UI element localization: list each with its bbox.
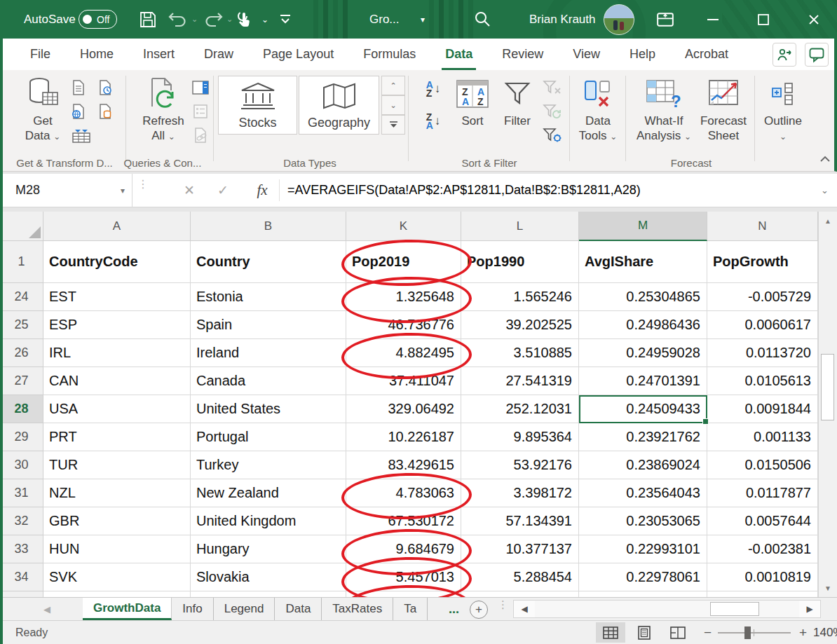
zoom-in-button[interactable]: + <box>799 621 807 644</box>
ribbon-tab-file[interactable]: File <box>15 39 65 70</box>
undo-dropdown-icon[interactable]: ⌄ <box>191 15 198 24</box>
cell-L28[interactable]: 252.12031 <box>461 395 579 423</box>
cell-M30[interactable]: 0.23869024 <box>579 451 707 479</box>
sheet-tab-data[interactable]: Data <box>275 598 322 620</box>
formula-input[interactable]: =AVERAGEIFS(Data!AP$2:AP$12811,Data!B$2:… <box>287 174 641 207</box>
quick-access-toolbar-button[interactable] <box>279 0 292 39</box>
cell-M27[interactable]: 0.24701391 <box>579 367 707 395</box>
cell-L27[interactable]: 27.541319 <box>461 367 579 395</box>
cell-B24[interactable]: Estonia <box>191 283 346 311</box>
what-if-analysis-button[interactable]: ? What-If Analysis ⌄ <box>632 74 695 144</box>
cell-N29[interactable]: 0.001133 <box>707 423 818 451</box>
title-dropdown-icon[interactable]: ▾ <box>421 0 425 39</box>
new-sheet-button[interactable]: + <box>470 601 488 619</box>
name-box-dropdown-icon[interactable]: ▾ <box>121 186 125 196</box>
horizontal-scroll-thumb[interactable] <box>710 602 759 616</box>
redo-button[interactable]: ⌄ <box>202 0 233 39</box>
ribbon-tab-view[interactable]: View <box>558 39 615 70</box>
cell-N27[interactable]: 0.0105613 <box>707 367 818 395</box>
zoom-slider-track[interactable] <box>718 632 791 633</box>
cell-M33[interactable]: 0.22993101 <box>579 535 707 563</box>
cell-A1[interactable]: CountryCode <box>43 241 191 283</box>
row-header-26[interactable]: 26 <box>0 339 43 367</box>
cell-L25[interactable]: 39.202525 <box>461 311 579 339</box>
cell-M34[interactable]: 0.22978061 <box>579 563 707 591</box>
cell-M1[interactable]: AvgIShare <box>579 241 707 283</box>
cancel-button[interactable]: ✕ <box>177 174 202 207</box>
get-data-button[interactable]: Get Data ⌄ <box>20 74 66 144</box>
scroll-up-button[interactable]: ▲ <box>819 212 837 230</box>
cell-B32[interactable]: United Kingdom <box>191 507 346 535</box>
cell-N32[interactable]: 0.0057644 <box>707 507 818 535</box>
row-header-35[interactable]: 35 <box>0 591 43 597</box>
cell-A26[interactable]: IRL <box>43 339 191 367</box>
cell-L32[interactable]: 57.134391 <box>461 507 579 535</box>
row-header-25[interactable]: 25 <box>0 311 43 339</box>
sheet-tab-growthdata[interactable]: GrowthData <box>83 598 172 620</box>
scroll-left-button[interactable]: ◀ <box>514 601 535 617</box>
properties-button[interactable] <box>189 101 212 122</box>
horizontal-scrollbar[interactable]: ◀ ▶ <box>513 600 821 618</box>
cell-M32[interactable]: 0.23053065 <box>579 507 707 535</box>
ribbon-tab-acrobat[interactable]: Acrobat <box>670 39 743 70</box>
cell-K32[interactable]: 67.530172 <box>346 507 461 535</box>
cell-L31[interactable]: 3.398172 <box>461 479 579 507</box>
data-tools-button[interactable]: Data Tools ⌄ <box>576 74 620 144</box>
close-button[interactable] <box>803 0 824 39</box>
cell-A30[interactable]: TUR <box>43 451 191 479</box>
cell-K28[interactable]: 329.06492 <box>346 395 461 423</box>
reapply-filter-button[interactable] <box>541 101 564 122</box>
cell-L33[interactable]: 10.377137 <box>461 535 579 563</box>
cell-M31[interactable]: 0.23564043 <box>579 479 707 507</box>
cell-N30[interactable]: 0.0150506 <box>707 451 818 479</box>
cell-B35[interactable]: Latvia <box>191 591 346 597</box>
cell-N1[interactable]: PopGrowth <box>707 241 818 283</box>
ribbon-tab-insert[interactable]: Insert <box>128 39 189 70</box>
zoom-level[interactable]: 140% <box>813 621 837 644</box>
cell-M26[interactable]: 0.24959028 <box>579 339 707 367</box>
document-title[interactable]: Gro... <box>369 0 400 39</box>
cell-B27[interactable]: Canada <box>191 367 346 395</box>
row-header-31[interactable]: 31 <box>0 479 43 507</box>
cell-M29[interactable]: 0.23921762 <box>579 423 707 451</box>
cell-K33[interactable]: 9.684679 <box>346 535 461 563</box>
select-all-corner[interactable] <box>0 212 43 241</box>
insert-function-button[interactable]: fx <box>250 174 275 207</box>
ribbon-tab-review[interactable]: Review <box>487 39 558 70</box>
more-sheets-indicator[interactable]: ... <box>449 598 459 620</box>
cell-K30[interactable]: 83.429615 <box>346 451 461 479</box>
cell-A35[interactable]: LVA <box>43 591 191 597</box>
cell-L30[interactable]: 53.92176 <box>461 451 579 479</box>
cell-K27[interactable]: 37.411047 <box>346 367 461 395</box>
ribbon-tab-draw[interactable]: Draw <box>189 39 248 70</box>
ribbon-display-options-button[interactable] <box>656 0 674 39</box>
cell-K24[interactable]: 1.325648 <box>346 283 461 311</box>
forecast-sheet-button[interactable]: Forecast Sheet <box>697 74 750 143</box>
cell-N25[interactable]: 0.0060617 <box>707 311 818 339</box>
name-box[interactable]: M28 ▾ <box>6 174 132 207</box>
cell-K35[interactable]: 1.906743 <box>346 591 461 597</box>
zoom-out-button[interactable]: − <box>704 621 712 644</box>
row-header-33[interactable]: 33 <box>0 535 43 563</box>
ribbon-tab-data[interactable]: Data <box>430 39 487 70</box>
cell-K1[interactable]: Pop2019 <box>346 241 461 283</box>
undo-button[interactable]: ⌄ <box>167 0 198 39</box>
account-name[interactable]: Brian Krauth <box>529 0 596 39</box>
row-header-30[interactable]: 30 <box>0 451 43 479</box>
cell-A29[interactable]: PRT <box>43 423 191 451</box>
cell-B33[interactable]: Hungary <box>191 535 346 563</box>
cell-L35[interactable]: 2.664439 <box>461 591 579 597</box>
sheet-tab-info[interactable]: Info <box>172 598 213 620</box>
cell-L24[interactable]: 1.565246 <box>461 283 579 311</box>
account-avatar[interactable] <box>604 0 634 39</box>
cell-B28[interactable]: United States <box>191 395 346 423</box>
row-header-24[interactable]: 24 <box>0 283 43 311</box>
cell-L29[interactable]: 9.895364 <box>461 423 579 451</box>
maximize-button[interactable] <box>753 0 774 39</box>
vertical-scroll-thumb[interactable] <box>821 354 834 420</box>
cell-M28[interactable]: 0.24509433 <box>579 395 707 423</box>
col-header-A[interactable]: A <box>43 212 191 241</box>
sort-button[interactable]: ZAAZ Sort <box>451 74 494 128</box>
cell-A34[interactable]: SVK <box>43 563 191 591</box>
collapse-ribbon-button[interactable] <box>816 151 834 167</box>
